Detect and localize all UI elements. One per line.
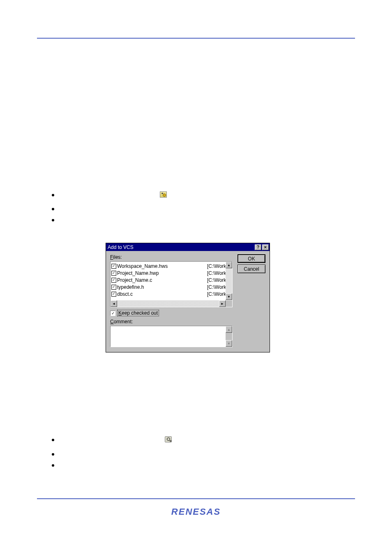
renesas-logo: RENESAS xyxy=(171,507,221,517)
close-icon[interactable] xyxy=(262,244,269,250)
bullet-icon xyxy=(52,453,54,456)
bullet-icon xyxy=(52,464,54,467)
file-name: Workspace_Name.hws xyxy=(117,263,207,269)
keep-checked-out-checkbox[interactable] xyxy=(110,311,115,316)
list-item[interactable]: dbsct.c [C:\Worksp xyxy=(111,290,232,297)
bullet-icon xyxy=(52,208,54,210)
file-checkbox[interactable] xyxy=(111,292,116,297)
dialog-titlebar: Add to VCS xyxy=(106,243,270,251)
scroll-left-icon[interactable]: ◄ xyxy=(111,300,117,307)
list-item[interactable]: Project_Name.hwp [C:\Worksp xyxy=(111,269,232,276)
vertical-scrollbar: ▲ ▼ xyxy=(226,326,232,347)
bullet-icon xyxy=(52,439,54,441)
scroll-up-icon: ▲ xyxy=(226,326,232,333)
scroll-track[interactable] xyxy=(117,300,219,307)
keep-checked-out-label[interactable]: Keep checked out xyxy=(117,310,159,316)
list-item[interactable]: typedefine.h [C:\Worksp xyxy=(111,283,232,290)
scroll-track[interactable] xyxy=(226,268,232,293)
dialog-title: Add to VCS xyxy=(108,244,254,250)
bullet-icon xyxy=(52,194,54,196)
ok-button[interactable]: OK xyxy=(238,254,265,263)
scroll-down-icon[interactable]: ▼ xyxy=(226,293,232,300)
horizontal-scrollbar[interactable]: ◄ ► xyxy=(111,300,226,307)
file-checkbox[interactable] xyxy=(111,271,116,276)
add-to-vcs-dialog: Add to VCS Files: Workspace_Name.hws [C:… xyxy=(106,243,270,352)
files-listbox[interactable]: Workspace_Name.hws [C:\Worksp Project_Na… xyxy=(110,261,233,307)
comment-label: Comment: xyxy=(110,319,233,325)
help-icon[interactable] xyxy=(255,244,261,250)
scroll-track xyxy=(226,333,232,340)
file-checkbox[interactable] xyxy=(111,264,116,269)
add-to-vcs-toolbar-icon xyxy=(160,191,167,198)
file-checkbox[interactable] xyxy=(111,278,116,283)
file-name: typedefine.h xyxy=(117,284,207,290)
footer-rule xyxy=(37,498,355,499)
scroll-corner xyxy=(226,300,232,307)
files-label: Files: xyxy=(110,254,233,260)
scroll-right-icon[interactable]: ► xyxy=(219,300,226,307)
bullet-icon xyxy=(52,219,54,221)
vertical-scrollbar[interactable]: ▲ ▼ xyxy=(226,262,232,300)
list-item[interactable]: Project_Name.c [C:\Worksp xyxy=(111,276,232,283)
file-name: Project_Name.c xyxy=(117,277,207,283)
scroll-down-icon: ▼ xyxy=(226,340,232,347)
cancel-button[interactable]: Cancel xyxy=(238,265,265,273)
comment-textarea[interactable]: ▲ ▼ xyxy=(110,326,233,347)
header-rule xyxy=(37,38,355,39)
list-item[interactable]: Workspace_Name.hws [C:\Worksp xyxy=(111,263,232,269)
lock-toolbar-icon xyxy=(165,436,172,442)
file-name: Project_Name.hwp xyxy=(117,270,207,276)
file-checkbox[interactable] xyxy=(111,285,116,290)
file-name: dbsct.c xyxy=(117,291,207,297)
scroll-up-icon[interactable]: ▲ xyxy=(226,262,232,268)
